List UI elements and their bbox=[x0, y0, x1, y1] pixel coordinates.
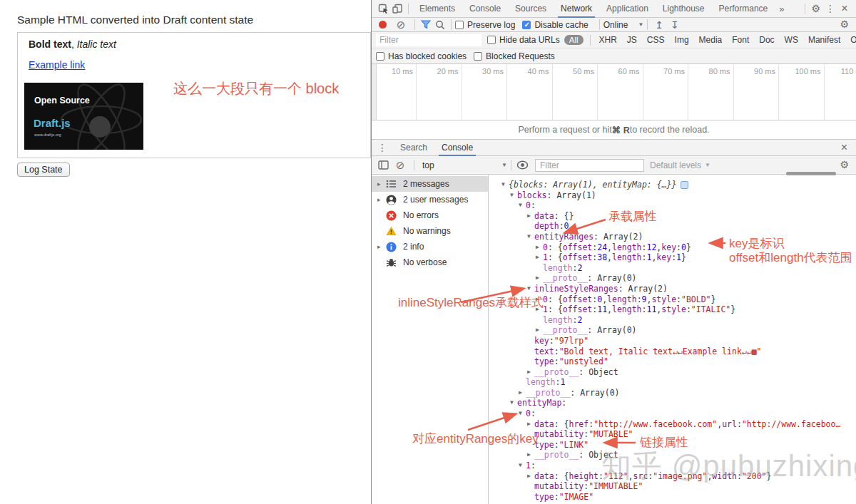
network-blocked-bar: Has blocked cookies Blocked Requests bbox=[372, 48, 856, 64]
blocked-requests-checkbox[interactable] bbox=[474, 52, 482, 61]
filter-type-img[interactable]: Img bbox=[670, 35, 694, 45]
preserve-log-checkbox[interactable] bbox=[455, 21, 464, 29]
filter-type-all[interactable]: All bbox=[564, 35, 584, 45]
filter-type-doc[interactable]: Doc bbox=[754, 35, 779, 45]
tree-number: 0 bbox=[564, 221, 569, 232]
divider bbox=[408, 4, 409, 14]
tree-number: 1 bbox=[646, 252, 651, 263]
more-tabs-chevron[interactable]: » bbox=[775, 4, 788, 14]
expander-icon[interactable]: ▸ bbox=[377, 196, 386, 203]
drawer-tab-console[interactable]: Console bbox=[434, 140, 480, 156]
drawer-kebab-icon[interactable]: ⋮ bbox=[377, 142, 387, 153]
clear-network-icon[interactable]: ⊘ bbox=[394, 19, 408, 31]
sidebar-item-2-user-messages[interactable]: ▸2 user messages bbox=[372, 192, 488, 207]
tab-performance[interactable]: Performance bbox=[712, 0, 775, 18]
filter-type-ws[interactable]: WS bbox=[780, 35, 803, 45]
tree-expander-icon[interactable]: ▼ bbox=[510, 190, 517, 201]
search-icon[interactable] bbox=[433, 19, 447, 31]
console-settings-gear-icon[interactable]: ⚙ bbox=[837, 159, 852, 172]
tree-number: 24 bbox=[597, 242, 607, 253]
network-settings-gear-icon[interactable]: ⚙ bbox=[837, 19, 852, 31]
tree-expander-icon[interactable]: ▼ bbox=[501, 180, 509, 190]
network-filter-input[interactable] bbox=[376, 34, 482, 46]
record-network-icon[interactable] bbox=[379, 21, 387, 29]
object-info-icon[interactable] bbox=[681, 181, 688, 189]
disable-cache-checkbox[interactable] bbox=[522, 21, 531, 29]
filter-type-manifest[interactable]: Manifest bbox=[803, 35, 845, 45]
tree-key: text bbox=[534, 346, 554, 357]
tree-key: 0 bbox=[526, 200, 531, 211]
has-blocked-cookies-checkbox[interactable] bbox=[376, 52, 384, 61]
tree-expander-icon[interactable]: ▼ bbox=[527, 284, 534, 294]
tree-expander-icon[interactable]: ▶ bbox=[536, 273, 543, 284]
expander-icon[interactable]: ▸ bbox=[377, 243, 386, 250]
tab-elements[interactable]: Elements bbox=[412, 0, 462, 18]
screenshot-root: Sample HTML converted into Draft content… bbox=[0, 0, 856, 504]
tree-expander-icon[interactable]: ▶ bbox=[527, 211, 534, 222]
sidebar-item-no-errors[interactable]: No errors bbox=[372, 207, 488, 223]
live-expression-eye-icon[interactable] bbox=[515, 159, 529, 172]
tree-expander-icon[interactable]: ▶ bbox=[527, 419, 534, 430]
filter-type-css[interactable]: CSS bbox=[642, 35, 670, 45]
tree-expander-icon[interactable]: ▶ bbox=[519, 388, 526, 398]
settings-gear-icon[interactable]: ⚙ bbox=[809, 2, 823, 15]
tree-expander-icon[interactable]: ▼ bbox=[527, 232, 534, 242]
draftjs-logo-text: Draft.js bbox=[34, 117, 71, 129]
console-filter-input[interactable] bbox=[535, 159, 644, 172]
annotation-entity-key: 对应entityRanges的key bbox=[412, 431, 539, 447]
log-state-button[interactable]: Log State bbox=[17, 163, 70, 177]
tree-expander-icon[interactable]: ▶ bbox=[536, 325, 543, 336]
tab-console[interactable]: Console bbox=[462, 0, 508, 18]
expander-icon[interactable]: ▸ bbox=[377, 180, 386, 187]
tree-expander-icon[interactable]: ▶ bbox=[527, 471, 534, 482]
console-sidebar-toggle-icon[interactable] bbox=[376, 159, 390, 172]
tree-text: : bbox=[592, 304, 597, 315]
tree-text: : bbox=[584, 429, 588, 440]
sidebar-item-2-info[interactable]: ▸2 info bbox=[372, 239, 488, 254]
close-devtools-icon[interactable]: × bbox=[837, 2, 852, 15]
tree-expander-icon[interactable]: ▶ bbox=[527, 367, 534, 378]
sidebar-item-2-messages[interactable]: ▸2 messages bbox=[372, 176, 488, 192]
tree-text: : bbox=[554, 346, 559, 357]
tree-expander-icon[interactable]: ▼ bbox=[510, 398, 517, 408]
tree-key: key bbox=[661, 242, 676, 253]
import-har-icon[interactable]: ↥ bbox=[655, 19, 663, 31]
message-post: to record the reload. bbox=[630, 125, 710, 135]
example-link[interactable]: Example link bbox=[29, 59, 85, 71]
tab-lighthouse[interactable]: Lighthouse bbox=[656, 0, 712, 18]
throttling-dropdown[interactable]: Online ▼ bbox=[603, 20, 644, 30]
tree-expander-icon[interactable]: ▼ bbox=[519, 200, 526, 211]
tab-sources[interactable]: Sources bbox=[508, 0, 554, 18]
execution-context-dropdown[interactable]: top ▼ bbox=[418, 160, 507, 170]
sidebar-item-no-warnings[interactable]: No warnings bbox=[372, 223, 488, 239]
tab-application[interactable]: Application bbox=[599, 0, 656, 18]
filter-type-font[interactable]: Font bbox=[727, 35, 754, 45]
tree-expander-icon[interactable]: ▶ bbox=[536, 252, 543, 263]
export-har-icon[interactable]: ↧ bbox=[671, 19, 679, 31]
filter-type-other[interactable]: Other bbox=[845, 35, 856, 45]
console-toolbar: ⊘ top ▼ Default levels ▼ ⚙ bbox=[372, 156, 856, 175]
kebab-menu-icon[interactable]: ⋮ bbox=[823, 2, 837, 15]
horizontal-scrollbar-thumb[interactable] bbox=[786, 172, 836, 175]
close-drawer-icon[interactable]: × bbox=[838, 141, 850, 154]
sidebar-item-no-verbose[interactable]: No verbose bbox=[372, 254, 488, 270]
inspect-element-icon[interactable] bbox=[376, 2, 390, 15]
hide-data-urls-checkbox[interactable] bbox=[487, 36, 496, 44]
drawer-tab-search[interactable]: Search bbox=[393, 140, 434, 156]
tree-expander-icon[interactable]: ▼ bbox=[519, 461, 526, 471]
tree-expander-icon[interactable]: ▶ bbox=[527, 450, 534, 461]
log-levels-dropdown[interactable]: Default levels ▼ bbox=[650, 160, 710, 170]
sidebar-item-label: 2 user messages bbox=[403, 195, 468, 205]
tab-network[interactable]: Network bbox=[554, 0, 599, 18]
device-toolbar-icon[interactable] bbox=[390, 2, 404, 15]
clear-console-icon[interactable]: ⊘ bbox=[393, 159, 407, 172]
tree-text: } bbox=[730, 304, 735, 315]
tree-expander-icon[interactable]: ▼ bbox=[519, 408, 526, 419]
filter-type-xhr[interactable]: XHR bbox=[594, 35, 622, 45]
tree-text: , bbox=[607, 242, 612, 253]
tree-expander-icon[interactable]: ▶ bbox=[536, 242, 543, 253]
filter-type-media[interactable]: Media bbox=[694, 35, 728, 45]
filter-type-js[interactable]: JS bbox=[622, 35, 642, 45]
tree-text: , bbox=[717, 419, 722, 430]
filter-funnel-icon[interactable] bbox=[419, 19, 433, 31]
